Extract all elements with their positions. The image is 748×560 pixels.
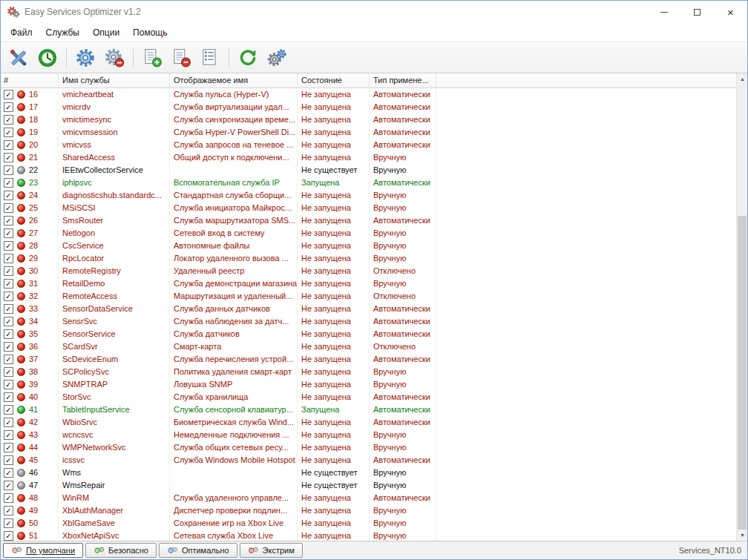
refresh-icon[interactable] <box>234 45 261 70</box>
table-row[interactable]: 39 SNMPTRAP Ловушка SNMP Не запущена Вру… <box>1 378 736 391</box>
table-row[interactable]: 21 SharedAccess Общий доступ к подключен… <box>1 151 736 164</box>
row-checkbox[interactable] <box>4 380 13 389</box>
menu-help[interactable]: Помощь <box>126 25 174 40</box>
column-header-display-name[interactable]: Отображаемое имя <box>170 73 298 88</box>
menu-file[interactable]: Файл <box>4 25 39 40</box>
table-row[interactable]: 18 vmictimesync Служба синхронизации вре… <box>1 113 736 126</box>
row-checkbox[interactable] <box>4 254 13 263</box>
row-checkbox[interactable] <box>4 455 13 465</box>
row-checkbox[interactable] <box>4 405 13 415</box>
table-row[interactable]: 32 RemoteAccess Маршрутизация и удаленны… <box>1 290 736 303</box>
table-row[interactable]: 17 vmicrdv Служба виртуализации удал... … <box>1 101 736 113</box>
row-checkbox[interactable] <box>4 392 13 402</box>
settings-gears-icon[interactable] <box>263 45 290 70</box>
optimize-tools-icon[interactable] <box>5 45 32 70</box>
table-row[interactable]: 19 vmicvmsession Служба Hyper-V PowerShe… <box>1 126 736 139</box>
timer-clock-icon[interactable] <box>34 45 61 70</box>
scrollbar-thumb[interactable] <box>738 216 747 530</box>
row-checkbox[interactable] <box>4 241 13 251</box>
row-checkbox[interactable] <box>4 266 13 276</box>
row-checkbox[interactable] <box>4 481 13 490</box>
table-row[interactable]: 47 WmsRepair Не существует Вручную <box>1 479 736 492</box>
row-checkbox[interactable] <box>4 228 13 238</box>
table-row[interactable]: 30 RemoteRegistry Удаленный реестр Не за… <box>1 265 736 277</box>
tab-extreme-preset[interactable]: ⚙⚙ Экстрим <box>240 543 303 558</box>
table-row[interactable]: 40 StorSvc Служба хранилища Не запущена … <box>1 391 736 403</box>
row-checkbox[interactable] <box>4 430 13 440</box>
table-row[interactable]: 25 MSiSCSI Служба инициатора Майкрос... … <box>1 202 736 214</box>
row-checkbox[interactable] <box>4 531 13 541</box>
services-list-doc-icon[interactable] <box>197 45 223 70</box>
start-services-gear-icon[interactable] <box>72 45 99 70</box>
row-checkbox[interactable] <box>4 493 13 503</box>
row-checkbox[interactable] <box>4 203 13 213</box>
row-checkbox[interactable] <box>4 355 13 364</box>
table-row[interactable]: 33 SensorDataService Служба данных датчи… <box>1 303 736 315</box>
row-checkbox[interactable] <box>4 102 13 112</box>
row-checkbox[interactable] <box>4 153 13 162</box>
maximize-button[interactable] <box>680 1 714 23</box>
table-row[interactable]: 36 SCardSvr Смарт-карта Не запущена Откл… <box>1 340 736 353</box>
table-row[interactable]: 38 SCPolicySvc Политика удаления смарт-к… <box>1 366 736 378</box>
row-checkbox[interactable] <box>4 216 13 225</box>
table-row[interactable]: 46 Wms Не существует Вручную <box>1 467 736 479</box>
table-row[interactable]: 48 WinRM Служба удаленного управле... Не… <box>1 492 736 504</box>
minimize-button[interactable] <box>647 1 680 23</box>
table-row[interactable]: 22 IEEtwCollectorService Не существует В… <box>1 164 736 177</box>
row-checkbox[interactable] <box>4 165 13 175</box>
tab-optimal-preset[interactable]: ⚙⚙ Оптимально <box>159 543 237 558</box>
scroll-up-icon[interactable]: ▲ <box>737 73 747 85</box>
tab-default-preset[interactable]: ⚙⚙ По умолчани <box>3 543 83 558</box>
row-checkbox[interactable] <box>4 468 13 478</box>
table-row[interactable]: 49 XblAuthManager Диспетчер проверки под… <box>1 504 736 517</box>
table-row[interactable]: 28 CscService Автономные файлы Не запуще… <box>1 240 736 252</box>
row-checkbox[interactable] <box>4 506 13 515</box>
table-row[interactable]: 16 vmicheartbeat Служба пульса (Hyper-V)… <box>1 88 736 101</box>
table-row[interactable]: 27 Netlogon Сетевой вход в систему Не за… <box>1 227 736 240</box>
add-service-doc-icon[interactable] <box>139 45 165 70</box>
column-header-state[interactable]: Состояние <box>298 73 370 88</box>
row-checkbox[interactable] <box>4 178 13 188</box>
table-row[interactable]: 26 SmsRouter Служба маршрутизатора SMS..… <box>1 214 736 227</box>
stop-services-gear-icon[interactable] <box>101 45 128 70</box>
table-row[interactable]: 51 XboxNetApiSvc Сетевая служба Xbox Liv… <box>1 530 736 541</box>
table-row[interactable]: 24 diagnosticshub.standardc... Стандартн… <box>1 189 736 202</box>
row-checkbox[interactable] <box>4 291 13 301</box>
column-header-service-name[interactable]: Имя службы <box>59 73 170 88</box>
menu-services[interactable]: Службы <box>39 25 86 40</box>
table-row[interactable]: 31 RetailDemo Служба демонстрации магази… <box>1 277 736 290</box>
scroll-down-icon[interactable]: ▼ <box>737 530 747 541</box>
table-row[interactable]: 34 SensrSvc Служба наблюдения за датч...… <box>1 315 736 328</box>
menu-options[interactable]: Опции <box>86 25 126 40</box>
table-row[interactable]: 20 vmicvss Служба запросов на теневое ..… <box>1 139 736 151</box>
tab-safe-preset[interactable]: ⚙⚙ Безопасно <box>85 543 157 558</box>
row-checkbox[interactable] <box>4 140 13 150</box>
table-row[interactable]: 44 WMPNetworkSvc Служба общих сетевых ре… <box>1 441 736 454</box>
row-checkbox[interactable] <box>4 342 13 352</box>
row-checkbox[interactable] <box>4 329 13 339</box>
row-checkbox[interactable] <box>4 191 13 200</box>
row-checkbox[interactable] <box>4 367 13 377</box>
table-row[interactable]: 35 SensorService Служба датчиков Не запу… <box>1 328 736 340</box>
table-row[interactable]: 23 iphlpsvc Вспомогательная служба IP За… <box>1 177 736 189</box>
row-checkbox[interactable] <box>4 279 13 289</box>
vertical-scrollbar[interactable]: ▲ ▼ <box>736 73 747 541</box>
table-row[interactable]: 45 icssvc Служба Windows Mobile Hotspot … <box>1 454 736 467</box>
table-row[interactable]: 50 XblGameSave Сохранение игр на Xbox Li… <box>1 517 736 530</box>
table-row[interactable]: 37 ScDeviceEnum Служба перечисления устр… <box>1 353 736 366</box>
row-checkbox[interactable] <box>4 443 13 452</box>
row-checkbox[interactable] <box>4 115 13 125</box>
column-header-startup-type[interactable]: Тип примене... <box>370 73 436 88</box>
table-row[interactable]: 29 RpcLocator Локатор удаленного вызова … <box>1 252 736 265</box>
row-checkbox[interactable] <box>4 304 13 314</box>
close-button[interactable]: × <box>714 1 747 23</box>
row-checkbox[interactable] <box>4 518 13 528</box>
table-row[interactable]: 42 WbioSrvc Биометрическая служба Wind..… <box>1 416 736 429</box>
column-header-number[interactable]: # <box>1 73 59 88</box>
table-row[interactable]: 43 wcncsvc Немедленные подключения ... Н… <box>1 429 736 441</box>
remove-service-doc-icon[interactable] <box>168 45 194 70</box>
row-checkbox[interactable] <box>4 418 13 427</box>
row-checkbox[interactable] <box>4 128 13 137</box>
table-row[interactable]: 41 TabletInputService Служба сенсорной к… <box>1 403 736 416</box>
row-checkbox[interactable] <box>4 90 13 99</box>
